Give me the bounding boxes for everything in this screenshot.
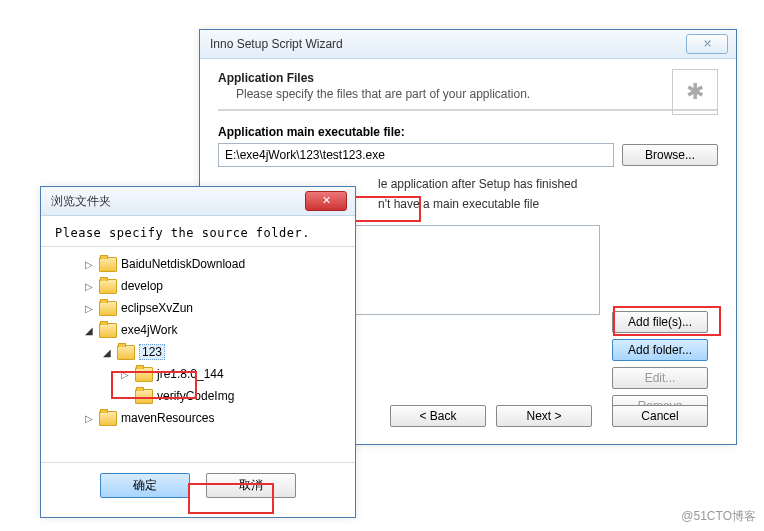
folder-label: BaiduNetdiskDownload	[121, 257, 245, 271]
page-icon: ✱	[672, 69, 718, 115]
folder-label: eclipseXvZun	[121, 301, 193, 315]
folder-icon	[135, 389, 153, 404]
folder-icon	[135, 367, 153, 382]
close-icon[interactable]: ✕	[305, 191, 347, 211]
folder-icon	[99, 301, 117, 316]
expand-icon[interactable]: ▷	[83, 303, 95, 314]
add-folder-button[interactable]: Add folder...	[612, 339, 708, 361]
ok-button[interactable]: 确定	[100, 473, 190, 498]
folder-label: verifyCodeImg	[157, 389, 234, 403]
browse-title: 浏览文件夹	[51, 194, 111, 208]
files-buttons: Add file(s)... Add folder... Edit... Rem…	[612, 311, 708, 417]
wizard-header: Application Files Please specify the fil…	[218, 71, 718, 111]
close-icon[interactable]: ⤫	[686, 34, 728, 54]
expand-icon[interactable]: ▷	[83, 259, 95, 270]
folder-icon	[99, 257, 117, 272]
cancel-button[interactable]: Cancel	[612, 405, 708, 427]
tree-node[interactable]: ▷BaiduNetdiskDownload	[55, 253, 341, 275]
browse-button[interactable]: Browse...	[622, 144, 718, 166]
expand-icon[interactable]: ▷	[83, 413, 95, 424]
folder-icon	[99, 411, 117, 426]
folder-icon	[99, 279, 117, 294]
tree-node[interactable]: ▷eclipseXvZun	[55, 297, 341, 319]
wizard-nav: < Back Next > Cancel	[390, 405, 708, 427]
edit-button: Edit...	[612, 367, 708, 389]
tree-node[interactable]: ◢exe4jWork	[55, 319, 341, 341]
folder-label: mavenResources	[121, 411, 214, 425]
main-exe-label: Application main executable file:	[218, 125, 718, 139]
tree-node[interactable]: verifyCodeImg	[55, 385, 341, 407]
expand-icon[interactable]: ▷	[83, 281, 95, 292]
expand-icon[interactable]: ◢	[101, 347, 113, 358]
back-button[interactable]: < Back	[390, 405, 486, 427]
browse-titlebar: 浏览文件夹 ✕	[41, 187, 355, 216]
tree-node[interactable]: ▷mavenResources	[55, 407, 341, 429]
wizard-title: Inno Setup Script Wizard	[210, 37, 343, 51]
watermark: @51CTO博客	[681, 508, 756, 525]
expand-icon[interactable]: ◢	[83, 325, 95, 336]
header-title: Application Files	[218, 71, 718, 85]
browse-message: Please specify the source folder.	[41, 216, 355, 246]
browse-folder-dialog: 浏览文件夹 ✕ Please specify the source folder…	[40, 186, 356, 518]
main-exe-input[interactable]: E:\exe4jWork\123\test123.exe	[218, 143, 614, 167]
header-subtitle: Please specify the files that are part o…	[218, 87, 718, 101]
add-files-button[interactable]: Add file(s)...	[612, 311, 708, 333]
folder-label: 123	[139, 344, 165, 360]
tree-node[interactable]: ▷jre1.8.0_144	[55, 363, 341, 385]
folder-label: develop	[121, 279, 163, 293]
tree-node[interactable]: ◢123	[55, 341, 341, 363]
folder-tree[interactable]: ▷BaiduNetdiskDownload▷develop▷eclipseXvZ…	[41, 246, 355, 463]
browse-cancel-button[interactable]: 取消	[206, 473, 296, 498]
folder-icon	[99, 323, 117, 338]
folder-label: exe4jWork	[121, 323, 177, 337]
browse-buttons: 确定 取消	[41, 463, 355, 508]
folder-icon	[117, 345, 135, 360]
tree-node[interactable]: ▷develop	[55, 275, 341, 297]
next-button[interactable]: Next >	[496, 405, 592, 427]
wizard-titlebar: Inno Setup Script Wizard ⤫	[200, 30, 736, 59]
folder-label: jre1.8.0_144	[157, 367, 224, 381]
expand-icon[interactable]: ▷	[119, 369, 131, 380]
